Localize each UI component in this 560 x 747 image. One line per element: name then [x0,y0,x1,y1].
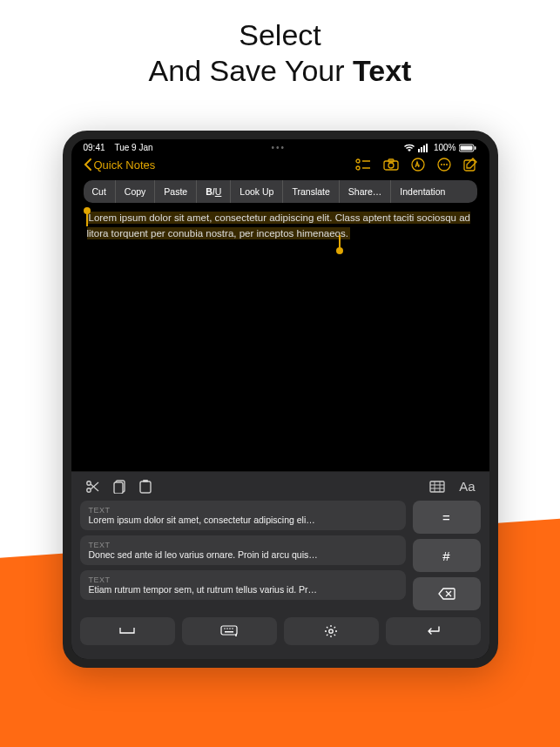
clip-text: Lorem ipsum dolor sit amet, consectetur … [89,515,397,525]
selected-text[interactable]: Lorem ipsum dolor sit amet, consectetur … [87,212,471,239]
svg-point-7 [356,159,360,163]
svg-point-36 [224,628,226,629]
key-space[interactable] [80,617,175,645]
battery-pct: 100% [434,143,456,152]
key-backspace[interactable] [413,577,481,610]
clip-tag: TEXT [89,575,397,584]
paste-clipboard-icon[interactable] [139,480,152,494]
status-time: 09:41 [84,143,105,152]
context-menu: Cut Copy Paste BIU Look Up Translate Sha… [84,180,477,203]
note-editor[interactable]: Lorem ipsum dolor sit amet, consectetur … [71,210,489,471]
svg-rect-6 [475,146,476,150]
svg-rect-27 [143,480,148,482]
key-equals[interactable]: = [413,501,481,534]
svg-point-42 [329,629,333,633]
svg-point-17 [443,164,445,165]
svg-point-18 [446,164,448,165]
checklist-icon[interactable] [355,158,371,172]
svg-rect-5 [461,145,473,150]
svg-rect-1 [421,147,422,152]
ipad-frame: 09:41 Tue 9 Jan ••• 100% Quick Notes [63,131,498,668]
svg-point-16 [441,164,442,165]
compose-icon[interactable] [463,158,477,172]
clip-item[interactable]: TEXT Donec sed ante id leo varius ornare… [80,535,406,565]
key-return[interactable] [386,617,481,645]
clip-text: Donec sed ante id leo varius ornare. Pro… [89,549,397,560]
multitask-dots[interactable]: ••• [271,143,286,152]
more-icon[interactable] [437,158,451,172]
svg-point-38 [229,628,231,629]
ctx-share[interactable]: Share… [340,180,392,203]
svg-point-12 [388,163,394,168]
ctx-copy[interactable]: Copy [116,180,156,203]
clip-item[interactable]: TEXT Etiam rutrum tempor sem, ut rutrum … [80,570,406,600]
selection-handle-start[interactable] [84,207,91,214]
back-button[interactable]: Quick Notes [84,158,156,172]
gear-icon [324,624,338,638]
keyboard-extension: Aa TEXT Lorem ipsum dolor sit amet, cons… [71,471,489,659]
svg-rect-0 [418,149,420,152]
wifi-icon [404,144,415,152]
keyboard-icon [220,625,238,637]
svg-point-37 [226,628,228,629]
nav-bar: Quick Notes [71,154,489,178]
text-format-icon[interactable]: Aa [459,479,475,494]
space-icon [119,627,135,636]
status-date: Tue 9 Jan [114,143,152,152]
return-icon [425,626,441,636]
svg-rect-25 [114,482,123,494]
battery-icon [459,144,476,152]
svg-rect-40 [225,631,233,633]
clip-tag: TEXT [89,506,397,515]
camera-icon[interactable] [383,158,399,171]
key-keyboard[interactable] [182,617,277,645]
backspace-icon [438,588,455,600]
clip-tag: TEXT [89,541,397,549]
copy-clipboard-icon[interactable] [113,480,125,494]
ctx-paste[interactable]: Paste [155,180,197,203]
key-settings[interactable] [284,617,379,645]
svg-rect-26 [140,481,151,493]
svg-point-9 [356,166,360,170]
chevron-left-icon [84,158,92,171]
svg-point-41 [235,635,237,636]
selection-handle-end[interactable] [336,247,343,254]
ctx-cut[interactable]: Cut [84,180,116,203]
clip-text: Etiam rutrum tempor sem, ut rutrum tellu… [89,584,397,595]
status-bar: 09:41 Tue 9 Jan ••• 100% [71,139,489,154]
signal-icon [418,144,430,152]
marketing-headline: Select And Save Your Text [0,0,560,89]
svg-rect-28 [430,481,444,492]
svg-rect-35 [221,626,237,635]
clip-item[interactable]: TEXT Lorem ipsum dolor sit amet, consect… [80,501,406,530]
scissors-icon[interactable] [85,480,99,494]
ctx-translate[interactable]: Translate [283,180,339,203]
svg-point-21 [86,488,90,491]
key-hash[interactable]: # [413,539,481,572]
svg-rect-2 [423,145,425,152]
svg-rect-3 [426,144,428,152]
ctx-indentation[interactable]: Indentation [391,180,454,203]
ctx-lookup[interactable]: Look Up [231,180,283,203]
ctx-biu[interactable]: BIU [197,180,231,203]
svg-point-20 [86,481,90,484]
svg-point-39 [232,628,233,629]
markup-icon[interactable] [411,158,425,172]
table-icon[interactable] [429,481,445,493]
